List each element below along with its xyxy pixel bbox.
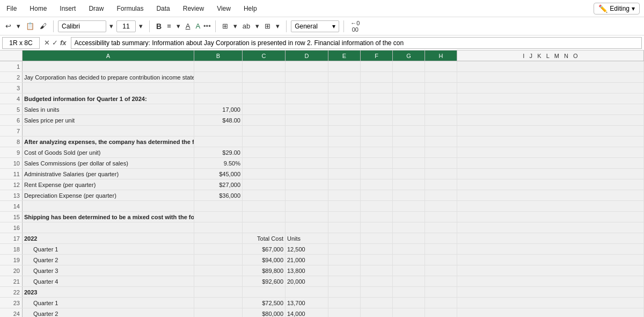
spreadsheet-cell[interactable]: Quarter 2 bbox=[23, 308, 194, 317]
spreadsheet-cell[interactable] bbox=[194, 276, 243, 286]
spreadsheet-cell[interactable] bbox=[328, 147, 361, 157]
spreadsheet-cell[interactable] bbox=[194, 93, 243, 104]
spreadsheet-cell[interactable] bbox=[286, 104, 328, 114]
underline-icon[interactable]: A bbox=[184, 21, 193, 31]
spreadsheet-cell[interactable] bbox=[194, 222, 243, 233]
spreadsheet-cell[interactable] bbox=[393, 104, 425, 114]
insert-function-icon[interactable]: fx bbox=[60, 39, 67, 47]
spreadsheet-cell[interactable] bbox=[243, 201, 286, 211]
spreadsheet-cell[interactable] bbox=[286, 212, 328, 222]
spreadsheet-cell[interactable] bbox=[361, 287, 393, 297]
spreadsheet-cell[interactable] bbox=[243, 158, 286, 168]
spreadsheet-cell[interactable] bbox=[194, 298, 243, 308]
spreadsheet-cell[interactable] bbox=[286, 83, 328, 93]
spreadsheet-cell[interactable]: $45,000 bbox=[194, 169, 243, 179]
spreadsheet-cell[interactable]: 2022 bbox=[23, 233, 194, 243]
spreadsheet-cell[interactable]: 21,000 bbox=[286, 255, 328, 265]
borders-icon[interactable]: ⊞ bbox=[220, 21, 230, 31]
col-header-a[interactable]: A bbox=[23, 51, 194, 61]
align-chevron[interactable]: ▾ bbox=[174, 21, 182, 31]
menu-formulas[interactable]: Formulas bbox=[114, 4, 145, 13]
spreadsheet-cell[interactable]: 13,700 bbox=[286, 298, 328, 308]
spreadsheet-cell[interactable] bbox=[243, 115, 286, 125]
editing-button[interactable]: ✏️ Editing ▾ bbox=[594, 3, 640, 15]
format-painter-icon[interactable]: 🖌 bbox=[38, 21, 49, 31]
menu-review[interactable]: Review bbox=[181, 4, 206, 13]
spreadsheet-cell[interactable]: Total Cost bbox=[243, 233, 286, 243]
font-size-input[interactable] bbox=[116, 20, 136, 32]
spreadsheet-cell[interactable] bbox=[425, 265, 457, 276]
spreadsheet-cell[interactable] bbox=[194, 136, 243, 147]
spreadsheet-cell[interactable] bbox=[393, 201, 425, 211]
spreadsheet-cell[interactable] bbox=[361, 158, 393, 168]
spreadsheet-cell[interactable] bbox=[243, 287, 286, 297]
cell-ref-input[interactable] bbox=[2, 37, 40, 49]
spreadsheet-cell[interactable] bbox=[328, 276, 361, 286]
spreadsheet-cell[interactable] bbox=[425, 212, 457, 222]
spreadsheet-cell[interactable] bbox=[393, 255, 425, 265]
spreadsheet-cell[interactable]: Sales Commissions (per dollar of sales) bbox=[23, 158, 194, 168]
spreadsheet-cell[interactable] bbox=[243, 212, 286, 222]
spreadsheet-cell[interactable] bbox=[361, 308, 393, 317]
menu-insert[interactable]: Insert bbox=[57, 4, 78, 13]
spreadsheet-cell[interactable]: $48.00 bbox=[194, 115, 243, 125]
spreadsheet-cell[interactable] bbox=[286, 93, 328, 104]
spreadsheet-cell[interactable] bbox=[328, 158, 361, 168]
spreadsheet-cell[interactable] bbox=[286, 158, 328, 168]
spreadsheet-cell[interactable] bbox=[243, 83, 286, 93]
spreadsheet-cell[interactable] bbox=[328, 169, 361, 179]
spreadsheet-cell[interactable]: After analyzing expenses, the company ha… bbox=[23, 136, 194, 147]
formula-input[interactable] bbox=[71, 37, 642, 49]
spreadsheet-cell[interactable] bbox=[328, 190, 361, 200]
spreadsheet-cell[interactable] bbox=[425, 83, 457, 93]
color-icon[interactable]: A bbox=[193, 21, 202, 31]
spreadsheet-cell[interactable] bbox=[194, 233, 243, 243]
spreadsheet-cell[interactable]: $94,000 bbox=[243, 255, 286, 265]
col-header-e[interactable]: E bbox=[328, 51, 361, 61]
spreadsheet-cell[interactable]: $80,000 bbox=[243, 308, 286, 317]
spreadsheet-cell[interactable] bbox=[361, 222, 393, 233]
spreadsheet-cell[interactable] bbox=[361, 233, 393, 243]
spreadsheet-cell[interactable] bbox=[328, 136, 361, 147]
spreadsheet-cell[interactable] bbox=[286, 287, 328, 297]
spreadsheet-cell[interactable] bbox=[328, 72, 361, 82]
spreadsheet-cell[interactable] bbox=[361, 255, 393, 265]
spreadsheet-cell[interactable] bbox=[243, 104, 286, 114]
spreadsheet-cell[interactable] bbox=[194, 244, 243, 254]
menu-draw[interactable]: Draw bbox=[86, 4, 106, 13]
spreadsheet-cell[interactable] bbox=[194, 212, 243, 222]
spreadsheet-cell[interactable]: Cost of Goods Sold (per unit) bbox=[23, 147, 194, 157]
spreadsheet-cell[interactable] bbox=[361, 147, 393, 157]
spreadsheet-cell[interactable] bbox=[243, 72, 286, 82]
spreadsheet-cell[interactable]: Depreciation Expense (per quarter) bbox=[23, 190, 194, 200]
spreadsheet-cell[interactable] bbox=[425, 298, 457, 308]
menu-view[interactable]: View bbox=[215, 4, 233, 13]
format-number-icon[interactable]: ⊞ bbox=[262, 21, 273, 31]
spreadsheet-cell[interactable] bbox=[361, 190, 393, 200]
spreadsheet-cell[interactable] bbox=[361, 212, 393, 222]
spreadsheet-cell[interactable]: Sales in units bbox=[23, 104, 194, 114]
spreadsheet-cell[interactable] bbox=[393, 308, 425, 317]
spreadsheet-cell[interactable] bbox=[393, 233, 425, 243]
clipboard-icon[interactable]: 📋 bbox=[24, 21, 36, 31]
spreadsheet-cell[interactable]: $92,600 bbox=[243, 276, 286, 286]
spreadsheet-cell[interactable] bbox=[328, 126, 361, 136]
spreadsheet-cell[interactable] bbox=[328, 212, 361, 222]
spreadsheet-cell[interactable] bbox=[328, 61, 361, 71]
spreadsheet-cell[interactable] bbox=[286, 201, 328, 211]
spreadsheet-cell[interactable] bbox=[328, 222, 361, 233]
spreadsheet-cell[interactable] bbox=[328, 93, 361, 104]
spreadsheet-cell[interactable] bbox=[393, 61, 425, 71]
spreadsheet-cell[interactable] bbox=[328, 255, 361, 265]
spreadsheet-cell[interactable] bbox=[286, 190, 328, 200]
spreadsheet-cell[interactable] bbox=[425, 287, 457, 297]
spreadsheet-cell[interactable] bbox=[425, 201, 457, 211]
spreadsheet-cell[interactable] bbox=[425, 244, 457, 254]
spreadsheet-cell[interactable] bbox=[393, 179, 425, 190]
spreadsheet-cell[interactable] bbox=[425, 179, 457, 190]
spreadsheet-cell[interactable] bbox=[194, 265, 243, 276]
spreadsheet-cell[interactable]: Shipping has been determined to be a mix… bbox=[23, 212, 194, 222]
spreadsheet-cell[interactable] bbox=[328, 201, 361, 211]
undo-button[interactable]: ↩ bbox=[3, 21, 13, 31]
spreadsheet-cell[interactable] bbox=[286, 136, 328, 147]
